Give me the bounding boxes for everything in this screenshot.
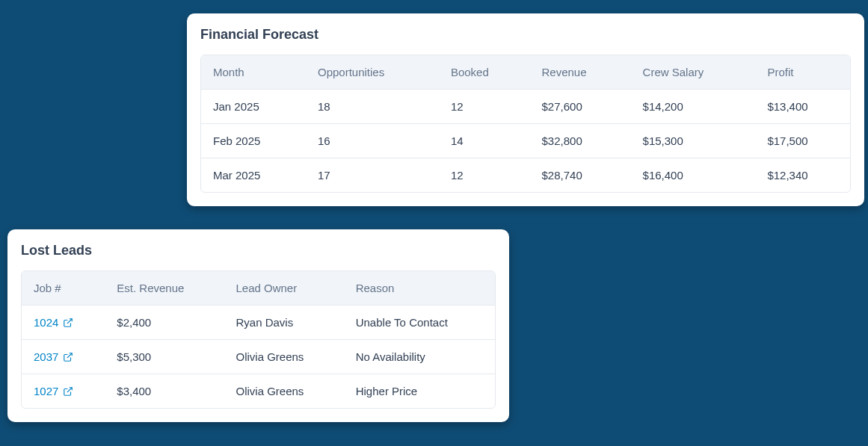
cell-crew-salary: $15,300 <box>631 124 756 158</box>
col-month: Month <box>201 55 306 90</box>
cell-est-revenue: $5,300 <box>105 340 224 374</box>
col-est-revenue: Est. Revenue <box>105 271 224 306</box>
cell-month: Jan 2025 <box>201 90 306 124</box>
lost-leads-table: Job # Est. Revenue Lead Owner Reason 102… <box>22 271 495 408</box>
cell-lead-owner: Olivia Greens <box>224 374 343 409</box>
table-header-row: Month Opportunities Booked Revenue Crew … <box>201 55 850 90</box>
cell-reason: Higher Price <box>344 374 495 409</box>
table-header-row: Job # Est. Revenue Lead Owner Reason <box>22 271 495 306</box>
cell-booked: 14 <box>439 124 530 158</box>
cell-reason: No Availability <box>344 340 495 374</box>
svg-line-1 <box>67 353 72 357</box>
financial-forecast-title: Financial Forecast <box>200 27 851 43</box>
cell-month: Mar 2025 <box>201 158 306 193</box>
col-profit: Profit <box>755 55 850 90</box>
svg-line-0 <box>67 318 72 323</box>
cell-opportunities: 17 <box>306 158 439 193</box>
job-link[interactable]: 2037 <box>34 350 73 363</box>
table-row: Mar 2025 17 12 $28,740 $16,400 $12,340 <box>201 158 850 193</box>
job-number: 2037 <box>34 350 58 363</box>
cell-est-revenue: $2,400 <box>105 306 224 340</box>
cell-opportunities: 18 <box>306 90 439 124</box>
cell-job: 2037 <box>22 340 105 374</box>
cell-revenue: $32,800 <box>530 124 631 158</box>
table-row: 1027 $3,400 Olivia Greens Higher Price <box>22 374 495 409</box>
col-lead-owner: Lead Owner <box>224 271 343 306</box>
financial-forecast-card: Financial Forecast Month Opportunities B… <box>187 13 864 206</box>
cell-booked: 12 <box>439 90 530 124</box>
table-row: 2037 $5,300 Olivia Greens No Availabilit… <box>22 340 495 374</box>
col-job: Job # <box>22 271 105 306</box>
cell-job: 1024 <box>22 306 105 340</box>
lost-leads-title: Lost Leads <box>21 243 496 258</box>
table-row: 1024 $2,400 Ryan Davis Unable To Contact <box>22 306 495 340</box>
job-number: 1027 <box>34 385 58 397</box>
cell-profit: $17,500 <box>755 124 850 158</box>
cell-revenue: $28,740 <box>530 158 631 193</box>
job-number: 1024 <box>34 316 58 329</box>
cell-lead-owner: Ryan Davis <box>224 306 343 340</box>
cell-month: Feb 2025 <box>201 124 306 158</box>
lost-leads-card: Lost Leads Job # Est. Revenue Lead Owner… <box>7 229 509 422</box>
lost-leads-table-wrap: Job # Est. Revenue Lead Owner Reason 102… <box>21 270 496 409</box>
cell-profit: $12,340 <box>755 158 850 193</box>
cell-job: 1027 <box>22 374 105 409</box>
col-opportunities: Opportunities <box>306 55 439 90</box>
cell-crew-salary: $16,400 <box>631 158 756 193</box>
external-link-icon <box>63 386 73 397</box>
table-row: Jan 2025 18 12 $27,600 $14,200 $13,400 <box>201 90 850 124</box>
financial-forecast-table-wrap: Month Opportunities Booked Revenue Crew … <box>200 55 851 193</box>
col-booked: Booked <box>439 55 530 90</box>
cell-est-revenue: $3,400 <box>105 374 224 409</box>
cell-crew-salary: $14,200 <box>631 90 756 124</box>
cell-reason: Unable To Contact <box>344 306 495 340</box>
col-revenue: Revenue <box>530 55 631 90</box>
table-row: Feb 2025 16 14 $32,800 $15,300 $17,500 <box>201 124 850 158</box>
cell-profit: $13,400 <box>755 90 850 124</box>
col-reason: Reason <box>344 271 495 306</box>
cell-lead-owner: Olivia Greens <box>224 340 343 374</box>
col-crew-salary: Crew Salary <box>631 55 756 90</box>
financial-forecast-table: Month Opportunities Booked Revenue Crew … <box>201 55 850 192</box>
job-link[interactable]: 1027 <box>34 385 73 397</box>
cell-opportunities: 16 <box>306 124 439 158</box>
svg-line-2 <box>67 387 72 391</box>
cell-revenue: $27,600 <box>530 90 631 124</box>
cell-booked: 12 <box>439 158 530 193</box>
external-link-icon <box>63 318 73 328</box>
job-link[interactable]: 1024 <box>34 316 73 329</box>
external-link-icon <box>63 352 73 362</box>
